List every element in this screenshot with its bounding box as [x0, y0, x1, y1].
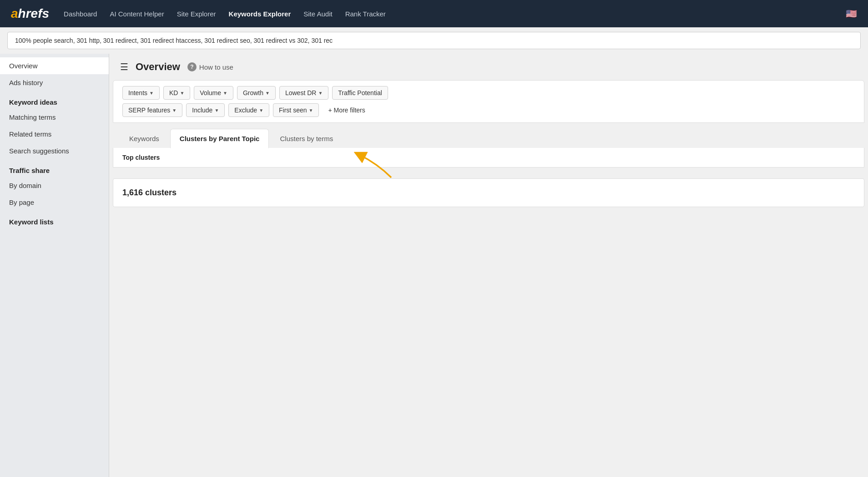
flag-icon: 🇺🇸 — [846, 8, 857, 19]
filter-include[interactable]: Include ▼ — [186, 103, 225, 117]
chevron-down-icon: ▼ — [149, 91, 154, 96]
filters-row-1: Intents ▼ KD ▼ Volume ▼ Growth ▼ — [122, 86, 855, 100]
sidebar-item-ads-history[interactable]: Ads history — [0, 74, 109, 91]
sidebar-item-search-suggestions[interactable]: Search suggestions — [0, 142, 109, 159]
filter-exclude[interactable]: Exclude ▼ — [228, 103, 269, 117]
nav-site-explorer[interactable]: Site Explorer — [177, 10, 216, 18]
nav-keywords-explorer[interactable]: Keywords Explorer — [229, 10, 291, 18]
filter-first-seen[interactable]: First seen ▼ — [273, 103, 319, 117]
sidebar-item-related-terms[interactable]: Related terms — [0, 126, 109, 142]
chevron-down-icon: ▼ — [318, 91, 323, 96]
nav-dashboard[interactable]: Dashboard — [64, 10, 97, 18]
chevron-down-icon: ▼ — [265, 91, 270, 96]
nav-rank-tracker[interactable]: Rank Tracker — [345, 10, 386, 18]
filter-growth[interactable]: Growth ▼ — [237, 86, 276, 100]
filter-lowest-dr[interactable]: Lowest DR ▼ — [279, 86, 328, 100]
top-clusters-label: Top clusters — [122, 154, 160, 161]
nav-links: Dashboard AI Content Helper Site Explore… — [64, 10, 831, 18]
page-title: Overview — [136, 61, 180, 73]
sidebar: Overview Ads history Keyword ideas Match… — [0, 54, 109, 477]
top-navigation: ahrefs Dashboard AI Content Helper Site … — [0, 0, 868, 27]
sidebar-item-matching-terms[interactable]: Matching terms — [0, 109, 109, 126]
search-bar[interactable]: 100% people search, 301 http, 301 redire… — [7, 32, 861, 49]
clusters-count-section: 1,616 clusters — [113, 178, 864, 207]
page-header: ☰ Overview ? How to use — [109, 54, 868, 80]
tabs-row: Keywords Clusters by Parent Topic Cluste… — [113, 128, 864, 148]
chevron-down-icon: ▼ — [172, 108, 177, 113]
tab-clusters-parent-topic[interactable]: Clusters by Parent Topic — [170, 129, 269, 148]
sidebar-section-keyword-lists: Keyword lists — [0, 211, 109, 228]
section-divider — [109, 167, 868, 175]
help-icon: ? — [187, 62, 197, 71]
how-to-use-label: How to use — [199, 63, 233, 71]
sidebar-item-overview[interactable]: Overview — [0, 57, 109, 74]
hamburger-icon[interactable]: ☰ — [120, 61, 128, 72]
tabs-area: Keywords Clusters by Parent Topic Cluste… — [109, 123, 868, 148]
chevron-down-icon: ▼ — [259, 108, 263, 113]
table-header-section: Top clusters — [113, 148, 864, 167]
chevron-down-icon: ▼ — [214, 108, 219, 113]
filters-row-2: SERP features ▼ Include ▼ Exclude ▼ Firs… — [122, 103, 855, 117]
sidebar-section-keyword-ideas: Keyword ideas — [0, 91, 109, 109]
filter-intents[interactable]: Intents ▼ — [122, 86, 160, 100]
filter-kd[interactable]: KD ▼ — [163, 86, 190, 100]
chevron-down-icon: ▼ — [180, 91, 184, 96]
more-filters-button[interactable]: + More filters — [323, 104, 370, 117]
filter-volume[interactable]: Volume ▼ — [194, 86, 233, 100]
logo[interactable]: ahrefs — [11, 6, 49, 21]
chevron-down-icon: ▼ — [223, 91, 227, 96]
sidebar-section-traffic-share: Traffic share — [0, 159, 109, 177]
sidebar-item-by-page[interactable]: By page — [0, 194, 109, 211]
how-to-use-button[interactable]: ? How to use — [187, 62, 233, 71]
logo-a: a — [11, 6, 18, 21]
main-layout: Overview Ads history Keyword ideas Match… — [0, 54, 868, 477]
content-area: ☰ Overview ? How to use — [109, 54, 868, 477]
logo-hrefs: hrefs — [18, 6, 49, 21]
chevron-down-icon: ▼ — [309, 108, 313, 113]
tab-keywords[interactable]: Keywords — [120, 129, 168, 148]
sidebar-item-by-domain[interactable]: By domain — [0, 177, 109, 194]
filters-bar: Intents ▼ KD ▼ Volume ▼ Growth ▼ — [113, 80, 864, 123]
nav-ai-content-helper[interactable]: AI Content Helper — [110, 10, 164, 18]
filter-serp-features[interactable]: SERP features ▼ — [122, 103, 182, 117]
clusters-count: 1,616 clusters — [122, 188, 177, 197]
tab-clusters-terms[interactable]: Clusters by terms — [271, 129, 342, 148]
nav-site-audit[interactable]: Site Audit — [303, 10, 332, 18]
filter-traffic-potential[interactable]: Traffic Potential — [332, 86, 388, 100]
